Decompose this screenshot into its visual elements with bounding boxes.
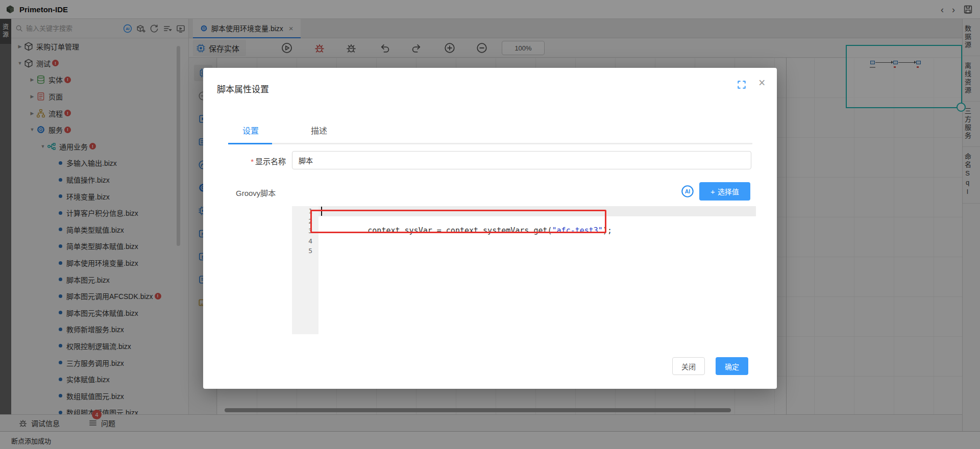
line-number: 5 [292, 246, 318, 256]
dialog-close-icon[interactable]: × [758, 77, 765, 89]
app-window: Primeton-IDE ‹ › 资源 AI ▶采购订单管理▼测试!▶实体!▶页… [0, 0, 980, 449]
svg-text:AI: AI [685, 188, 691, 194]
ai-assist-icon[interactable]: AI [681, 185, 694, 198]
select-value-button[interactable]: +选择值 [699, 182, 750, 201]
display-name-field[interactable] [292, 151, 751, 169]
groovy-script-label: Groovy脚本 [236, 187, 276, 198]
plus-icon: + [710, 188, 715, 195]
dialog-title: 脚本属性设置 [217, 82, 269, 95]
close-button[interactable]: 关闭 [672, 357, 705, 375]
required-asterisk: * [251, 157, 254, 166]
ok-button[interactable]: 确定 [716, 357, 748, 375]
dialog-tab-settings[interactable]: 设置 [242, 124, 259, 136]
dialog-tab-active-indicator [228, 143, 272, 144]
fullscreen-icon[interactable] [737, 80, 746, 89]
display-name-label: *显示名称 [224, 156, 286, 166]
dialog-tab-description[interactable]: 描述 [311, 124, 327, 136]
script-properties-dialog: 脚本属性设置 × 设置 描述 *显示名称 Groovy脚本 AI +选择值 12… [203, 68, 777, 389]
groovy-code-editor[interactable]: 12345 context.sysVar = context.systemVar… [292, 206, 756, 334]
line-number: 4 [292, 236, 318, 246]
red-highlight-box [310, 210, 606, 233]
dialog-tab-track [228, 143, 752, 144]
